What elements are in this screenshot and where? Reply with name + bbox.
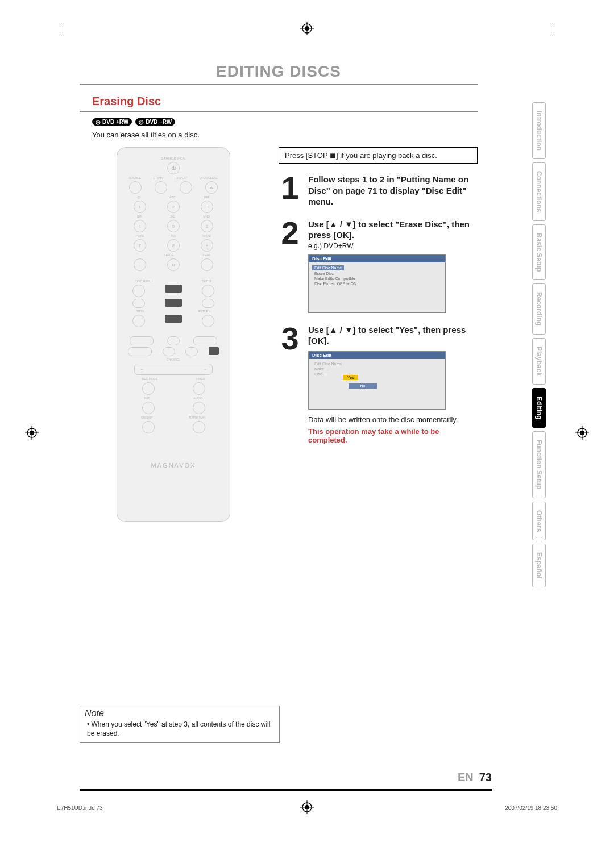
tab-others: Others: [532, 502, 546, 541]
osd-item: Disc Protect OFF ➔ ON: [312, 281, 442, 287]
osd-title: Disc Edit: [309, 255, 445, 262]
note-body: • When you select "Yes" at step 3, all c…: [80, 720, 279, 742]
footer-rule: [80, 789, 492, 791]
remote-standby-label: STANDBY-ON: [123, 157, 224, 160]
step-heading: Use [▲ / ▼] to select "Erase Disc", then…: [308, 219, 478, 241]
intro-text: You can erase all titles on a disc.: [92, 131, 478, 139]
tab-introduction: Introduction: [532, 102, 546, 159]
osd-screen-confirm: Disc Edit Edit Disc Name Make ... Disc .…: [308, 351, 446, 410]
remote-stop-button: [209, 347, 219, 355]
step-number: 2: [279, 219, 301, 313]
tab-function-setup: Function Setup: [532, 431, 546, 498]
remote-channel-rocker: −+: [134, 364, 213, 375]
step-number: 3: [279, 324, 301, 444]
registration-mark-right: [575, 426, 589, 442]
tab-editing: Editing: [532, 388, 546, 428]
title-rule: [80, 84, 478, 85]
disc-compatibility-badges: ◎DVD +RW ◎DVD –RW: [92, 118, 478, 126]
remote-channel-label: CHANNEL: [123, 358, 224, 361]
page-content: EDITING DISCS Erasing Disc ◎DVD +RW ◎DVD…: [80, 62, 478, 522]
registration-mark-top: [300, 22, 314, 35]
remote-up-button: [165, 285, 182, 293]
steps-column: Press [STOP ◼] if you are playing back a…: [279, 147, 478, 522]
manual-page: Introduction Connections Basic Setup Rec…: [0, 0, 614, 868]
tab-espanol: Español: [532, 544, 546, 587]
osd-item-faded: Disc ...: [312, 372, 442, 377]
tab-connections: Connections: [532, 162, 546, 221]
osd-screen-disc-edit: Disc Edit Edit Disc Name Erase Disc Make…: [308, 254, 446, 313]
osd-item: Edit Disc Name: [312, 265, 344, 270]
osd-title: Disc Edit: [309, 352, 445, 359]
badge-dvd-plus-rw: ◎DVD +RW: [92, 118, 132, 126]
print-date: 2007/02/19 18:23:50: [505, 805, 557, 811]
step-1: 1 Follow steps 1 to 2 in "Putting Name o…: [279, 174, 478, 207]
osd-item: Make Edits Compatible: [312, 276, 442, 281]
section-tabs: Introduction Connections Basic Setup Rec…: [532, 102, 548, 591]
note-title: Note: [80, 706, 279, 720]
step-warning: This operation may take a while to be co…: [308, 427, 478, 444]
tab-recording: Recording: [532, 283, 546, 334]
remote-down-button: [165, 315, 182, 323]
osd-item-faded: Edit Disc Name: [312, 361, 442, 366]
remote-brand: MAGNAVOX: [123, 462, 224, 469]
print-file: E7H51UD.indd 73: [57, 805, 103, 811]
remote-illustration-column: STANDBY-ON ⏻ SOURCEDTV/TVDISPLAYOPEN/CLO…: [80, 147, 267, 522]
step-after-text: Data will be written onto the disc momen…: [308, 415, 478, 424]
page-title: EDITING DISCS: [80, 62, 478, 81]
print-footer: E7H51UD.indd 73 2007/02/19 18:23:50: [57, 805, 557, 811]
page-number: EN73: [458, 771, 492, 784]
note-box: Note • When you select "Yes" at step 3, …: [80, 706, 280, 743]
step-3: 3 Use [▲ / ▼] to select "Yes", then pres…: [279, 324, 478, 444]
tab-basic-setup: Basic Setup: [532, 224, 546, 281]
page-num: 73: [479, 771, 492, 783]
osd-yes-option: Yes: [343, 375, 358, 380]
step-subtext: e.g.) DVD+RW: [308, 242, 478, 250]
step-heading: Follow steps 1 to 2 in "Putting Name on …: [308, 174, 478, 207]
step-number: 1: [279, 174, 301, 207]
remote-control-illustration: STANDBY-ON ⏻ SOURCEDTV/TVDISPLAYOPEN/CLO…: [117, 147, 230, 522]
section-rule: [80, 111, 478, 112]
osd-item: Erase Disc: [312, 271, 442, 276]
badge-dvd-minus-rw: ◎DVD –RW: [135, 118, 175, 126]
remote-standby-button: ⏻: [167, 162, 180, 174]
remote-row1-labels: SOURCEDTV/TVDISPLAYOPEN/CLOSE: [123, 176, 224, 180]
tab-playback: Playback: [532, 338, 546, 385]
step-heading: Use [▲ / ▼] to select "Yes", then press …: [308, 324, 478, 347]
osd-no-option: No: [349, 383, 377, 389]
osd-item-faded: Make ...: [312, 366, 442, 372]
prestep-note: Press [STOP ◼] if you are playing back a…: [279, 147, 478, 164]
registration-mark-left: [25, 426, 39, 442]
section-heading: Erasing Disc: [92, 95, 478, 108]
language-code: EN: [458, 771, 474, 783]
step-2: 2 Use [▲ / ▼] to select "Erase Disc", th…: [279, 219, 478, 313]
